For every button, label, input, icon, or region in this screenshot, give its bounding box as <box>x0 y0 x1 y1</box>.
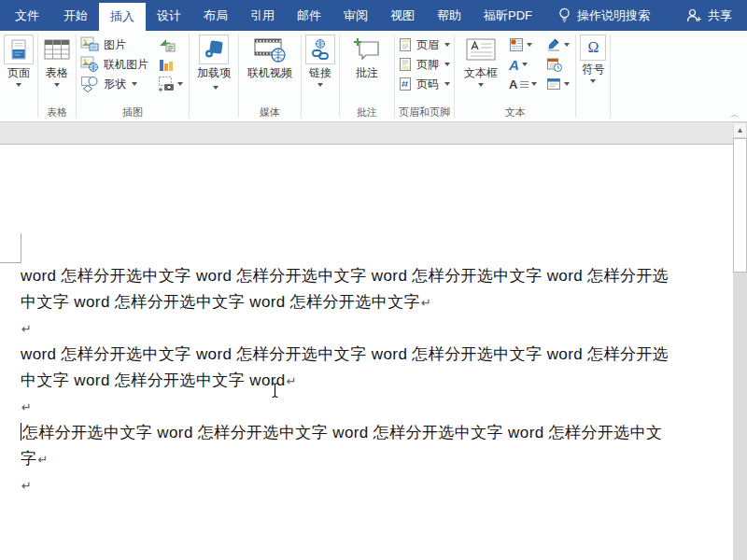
tab-view[interactable]: 视图 <box>379 0 426 31</box>
link-label: 链接 <box>309 66 331 79</box>
table-button[interactable]: 表格 <box>42 34 72 87</box>
scroll-up-icon: ▲ <box>737 126 744 134</box>
scroll-up-button[interactable]: ▲ <box>733 122 747 138</box>
screenshot-icon <box>158 76 175 92</box>
footer-label: 页脚 <box>416 57 439 73</box>
header-button[interactable]: 页眉 <box>399 35 450 54</box>
chart-icon <box>158 56 175 73</box>
footer-button[interactable]: 页脚 <box>399 55 450 74</box>
symbol-label: 符号 <box>582 63 604 76</box>
tab-help[interactable]: 帮助 <box>426 0 472 31</box>
online-video-button[interactable]: 联机视频 <box>243 34 297 79</box>
chart-button[interactable] <box>156 55 185 74</box>
screenshot-button[interactable] <box>156 75 185 93</box>
comment-button[interactable]: 批注 <box>344 34 390 79</box>
comment-icon <box>352 35 382 64</box>
link-icon <box>305 35 335 64</box>
tab-home[interactable]: 开始 <box>52 0 99 31</box>
page-number-button[interactable]: 页码 <box>399 75 450 93</box>
symbol-button[interactable]: Ω 符号 <box>580 34 606 83</box>
tab-insert[interactable]: 插入 <box>99 3 146 31</box>
share-button[interactable]: 共享 <box>671 0 747 31</box>
ribbon-group-pages: 页面 <box>0 31 37 121</box>
pages-button[interactable]: 页面 <box>4 34 34 87</box>
online-pictures-button[interactable]: 联机图片 <box>80 55 148 74</box>
dropdown-arrow-icon <box>54 83 60 87</box>
media-group-label: 媒体 <box>239 105 301 121</box>
shapes-button[interactable]: 形状 <box>80 75 148 93</box>
tell-me-search[interactable]: 操作说明搜索 <box>558 0 650 31</box>
page-number-label: 页码 <box>416 77 439 92</box>
document-line[interactable]: word 怎样分开选中文字 word 怎样分开选中文字 word 怎样分开选中文… <box>21 342 719 368</box>
paragraph-mark: ↵ <box>37 453 48 467</box>
footer-icon <box>399 57 412 72</box>
table-label: 表格 <box>46 66 68 79</box>
ribbon-group-tables: 表格 表格 <box>38 31 76 121</box>
document-line[interactable]: ↵ <box>21 394 719 420</box>
ribbon: 页面 表格 表格 <box>0 31 747 122</box>
drop-cap-button[interactable]: A <box>507 75 539 93</box>
object-button[interactable] <box>544 75 571 93</box>
page-number-icon <box>399 77 412 91</box>
collapse-ribbon-icon[interactable]: ︿ <box>730 110 740 119</box>
signature-line-button[interactable] <box>544 35 571 54</box>
addins-label: 加载项 <box>197 66 231 92</box>
smartart-button[interactable] <box>156 35 185 54</box>
dropdown-arrow-icon <box>478 83 484 87</box>
dropdown-arrow-icon <box>522 63 528 66</box>
online-video-label: 联机视频 <box>247 66 292 79</box>
document-line[interactable]: 中文字 word 怎样分开选中文字 word 怎样分开选中文字↵ <box>21 289 719 315</box>
page-top-gap <box>0 122 747 145</box>
tab-design[interactable]: 设计 <box>146 0 192 31</box>
tab-layout[interactable]: 布局 <box>192 0 239 31</box>
comment-label: 批注 <box>356 66 378 79</box>
header-label: 页眉 <box>416 37 439 53</box>
pictures-button[interactable]: 图片 <box>80 35 148 54</box>
date-time-icon <box>546 57 562 72</box>
document-line[interactable]: 字↵ <box>21 446 719 472</box>
document-line[interactable]: ↵ <box>21 472 719 498</box>
paragraph-mark: ↵ <box>21 322 32 336</box>
ribbon-group-addins: 加载项 <box>190 31 238 121</box>
document-line[interactable]: 怎样分开选中文字 word 怎样分开选中文字 word 怎样分开选中文字 wor… <box>21 420 719 446</box>
text-group-label: 文本 <box>455 105 575 121</box>
online-pictures-label: 联机图片 <box>104 57 148 73</box>
ribbon-group-comments: 批注 批注 <box>340 31 394 121</box>
textbox-button[interactable]: 文本框 <box>458 34 503 87</box>
link-button[interactable]: 链接 <box>305 34 335 87</box>
tab-references[interactable]: 引用 <box>239 0 286 31</box>
document-line[interactable]: word 怎样分开选中文字 word 怎样分开选中文字 word 怎样分开选中文… <box>21 263 719 289</box>
scrollbar-thumb[interactable] <box>733 138 747 273</box>
vertical-scrollbar[interactable]: ▲ <box>733 122 747 560</box>
dropdown-arrow-icon <box>564 43 570 47</box>
document-line[interactable]: ↵ <box>21 315 719 342</box>
tables-group-label: 表格 <box>38 105 76 121</box>
ribbon-group-illustrations: 图片 联机图片 <box>77 31 189 121</box>
dropdown-arrow-icon <box>444 82 450 86</box>
ribbon-group-header-footer: 页眉 页脚 <box>395 31 454 121</box>
illustrations-group-label: 插图 <box>77 105 189 121</box>
ribbon-group-links: 链接 <box>302 31 339 121</box>
dropdown-arrow-icon <box>531 82 537 86</box>
share-person-icon <box>686 8 702 22</box>
addins-button[interactable]: 加载项 <box>193 34 234 92</box>
drop-cap-icon: A <box>509 78 517 91</box>
tab-review[interactable]: 审阅 <box>332 0 379 31</box>
textbox-icon <box>464 35 498 64</box>
document-text: word 怎样分开选中文字 word 怎样分开选中文字 word 怎样分开选中文… <box>21 263 719 498</box>
lightbulb-icon <box>558 7 571 23</box>
online-video-icon <box>252 35 288 64</box>
tab-foxit-pdf[interactable]: 福昕PDF <box>472 0 543 31</box>
quick-parts-button[interactable] <box>507 35 539 54</box>
tab-file[interactable]: 文件 <box>2 0 52 31</box>
dropdown-arrow-icon <box>16 83 21 87</box>
addins-icon <box>199 35 229 64</box>
wordart-button[interactable]: A <box>507 55 539 74</box>
document-line[interactable]: 中文字 word 怎样分开选中文字 word↵ <box>21 368 719 394</box>
tab-mailings[interactable]: 邮件 <box>286 0 332 31</box>
date-time-button[interactable] <box>544 55 571 74</box>
paragraph-mark: ↵ <box>21 479 32 493</box>
group-separator <box>610 35 611 118</box>
comments-group-label: 批注 <box>340 105 394 121</box>
dropdown-arrow-icon <box>527 43 532 47</box>
